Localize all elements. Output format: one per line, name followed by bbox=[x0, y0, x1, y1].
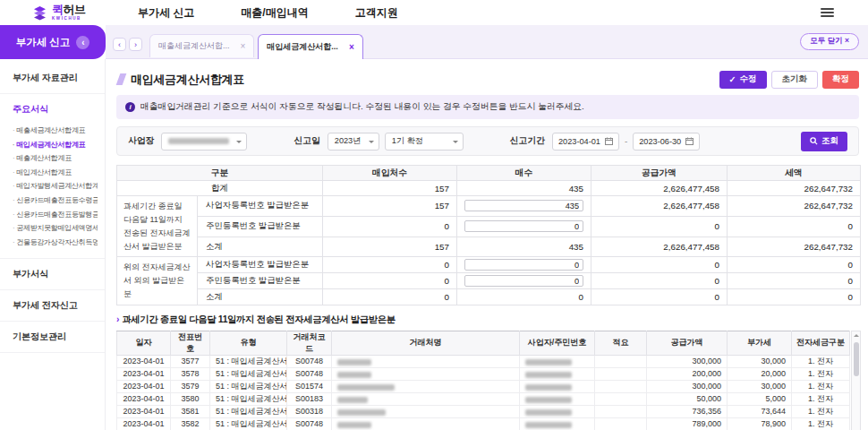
tab-bar: ‹ › 매출세금계산서합...×매입세금계산서합...× 모두 닫기 × bbox=[106, 25, 868, 59]
app-logo[interactable]: 퀵허브 KWICHUB bbox=[32, 4, 109, 22]
summary-row: 주민등록번호 발급받은분000 bbox=[117, 216, 861, 236]
sidebar-collapse-icon[interactable]: ‹ bbox=[76, 36, 89, 49]
close-all-tabs-button[interactable]: 모두 닫기 × bbox=[800, 33, 859, 50]
detail-supply-cell: 300,000 bbox=[647, 355, 728, 367]
check-icon: ✓ bbox=[729, 74, 736, 84]
summary-column-header: 매입처수 bbox=[323, 166, 457, 181]
sheet-count-input[interactable] bbox=[464, 275, 583, 287]
sheet-count-input[interactable] bbox=[464, 200, 583, 211]
detail-row[interactable]: 2023-04-01357951 : 매입세금계산서S01574300,0003… bbox=[117, 380, 850, 392]
summary-cell: 262,647,732 bbox=[728, 196, 861, 217]
sidebar-section[interactable]: 부가세 자료관리 bbox=[0, 63, 105, 94]
redacted-partner-name bbox=[337, 422, 371, 428]
detail-section-title-text: 과세기간 종료일 다음달 11일까지 전송된 전자세금계산서 발급받은분 bbox=[122, 314, 396, 324]
summary-cell: 0 bbox=[457, 289, 591, 305]
summary-cell: 0 bbox=[591, 257, 728, 273]
hamburger-menu-icon[interactable] bbox=[821, 8, 834, 17]
detail-supply-cell: 736,356 bbox=[647, 405, 728, 417]
redacted-business-number bbox=[525, 422, 572, 428]
reset-button-label: 초기화 bbox=[782, 73, 808, 85]
detail-date-cell: 2023-04-01 bbox=[117, 417, 171, 430]
detail-row[interactable]: 2023-04-01358251 : 매입세금계산서S00748789,0007… bbox=[117, 417, 850, 430]
detail-table-wrap: 일자전표번호유형거래처코드거래처명사업자/주민번호적요공급가액부가세전자세금구분… bbox=[116, 331, 861, 430]
logo-layers-icon bbox=[32, 5, 47, 21]
search-button[interactable]: 조회 bbox=[801, 132, 847, 151]
scroll-up-icon[interactable] bbox=[852, 331, 860, 340]
date-from-input[interactable]: 2023-04-01 bbox=[552, 133, 619, 150]
summary-cell: 157 bbox=[323, 236, 457, 257]
summary-row: 위의 전자세금계산서 외의 발급받은분사업자등록번호 발급받은분000 bbox=[117, 257, 861, 273]
detail-row[interactable]: 2023-04-01358051 : 매입세금계산서S0018350,0005,… bbox=[117, 392, 850, 405]
detail-row[interactable]: 2023-04-01357751 : 매입세금계산서S00748300,0003… bbox=[117, 355, 850, 367]
reset-button[interactable]: 초기화 bbox=[771, 71, 819, 89]
detail-vat-cell: 5,000 bbox=[728, 392, 792, 405]
detail-bizno-cell bbox=[520, 392, 595, 405]
top-menu-item[interactable]: 매출/매입내역 bbox=[241, 5, 308, 21]
tab-close-icon[interactable]: × bbox=[349, 42, 354, 52]
year-select[interactable]: 2023년 bbox=[328, 133, 379, 150]
detail-row[interactable]: 2023-04-01357851 : 매입세금계산서S00748200,0002… bbox=[117, 367, 850, 380]
summary-row-label: 주민등록번호 발급받은분 bbox=[198, 273, 323, 289]
sidebar-item[interactable]: 매입계산서합계표 bbox=[13, 166, 98, 180]
tab-scroll-prev-button[interactable]: ‹ bbox=[113, 38, 126, 51]
brand-name-accent: 퀵 bbox=[52, 3, 64, 16]
summary-row: 소계0000 bbox=[117, 289, 861, 305]
sidebar-section[interactable]: 주요서식매출세금계산서합계표매입세금계산서합계표매출계산서합계표매입계산서합계표… bbox=[0, 94, 105, 259]
detail-column-header: 거래처코드 bbox=[287, 331, 332, 355]
scrollbar-thumb[interactable] bbox=[854, 342, 859, 376]
detail-vat-cell: 78,900 bbox=[728, 417, 792, 430]
detail-code-cell: S01574 bbox=[287, 380, 332, 392]
confirm-button[interactable]: 확정 bbox=[822, 71, 859, 89]
detail-row[interactable]: 2023-04-01358151 : 매입세금계산서S00318736,3567… bbox=[117, 405, 850, 417]
edit-button[interactable]: ✓ 수정 bbox=[719, 71, 767, 89]
date-to-input[interactable]: 2023-06-30 bbox=[633, 133, 700, 150]
sidebar-section[interactable]: 부가세 전자신고 bbox=[0, 290, 105, 322]
tab[interactable]: 매입세금계산서합...× bbox=[258, 34, 362, 59]
main-content: 매입세금계산서합계표 ✓ 수정 초기화 확정 i 매출매입거래관리 기준으로 서… bbox=[106, 59, 868, 430]
workplace-select[interactable] bbox=[161, 133, 247, 150]
top-menu-item[interactable]: 고객지원 bbox=[355, 5, 398, 21]
sidebar-item[interactable]: 매출계산서합계표 bbox=[13, 151, 98, 166]
sidebar-item[interactable]: 매입세금계산서합계표 bbox=[13, 138, 98, 152]
summary-cell: 435 bbox=[457, 236, 591, 257]
sheet-count-input[interactable] bbox=[464, 259, 583, 271]
detail-type-cell: 51 : 매입세금계산서 bbox=[210, 405, 287, 417]
calendar-icon bbox=[685, 137, 694, 145]
tab-close-icon[interactable]: × bbox=[241, 41, 246, 51]
detail-bizno-cell bbox=[520, 417, 595, 430]
sidebar-section-label: 주요서식 bbox=[13, 103, 98, 116]
detail-etax-cell: 1. 전자 bbox=[792, 392, 850, 405]
sidebar-item[interactable]: 매출세금계산서합계표 bbox=[13, 124, 98, 138]
detail-slipno-cell: 3580 bbox=[171, 392, 210, 405]
summary-cell: 0 bbox=[728, 273, 861, 289]
redacted-business-number bbox=[525, 372, 572, 378]
tab[interactable]: 매출세금계산서합...× bbox=[149, 34, 254, 57]
sidebar-section[interactable]: 기본정보관리 bbox=[0, 322, 105, 353]
detail-code-cell: S00748 bbox=[287, 417, 332, 430]
detail-type-cell: 51 : 매입세금계산서 bbox=[210, 380, 287, 392]
sheet-count-input[interactable] bbox=[464, 220, 583, 232]
detail-date-cell: 2023-04-01 bbox=[117, 392, 171, 405]
sidebar-item[interactable]: 매입자발행세금계산서합계표 bbox=[13, 179, 98, 194]
calendar-icon bbox=[605, 137, 613, 145]
summary-cell: 157 bbox=[323, 181, 457, 196]
summary-row: 소계1574352,626,477,458262,647,732 bbox=[117, 236, 861, 257]
top-navbar: 퀵허브 KWICHUB 부가세 신고매출/매입내역고객지원 bbox=[0, 0, 868, 25]
detail-section-title: ›과세기간 종료일 다음달 11일까지 전송된 전자세금계산서 발급받은분 bbox=[116, 314, 861, 326]
sidebar-item[interactable]: 신용카드매출전표등발행금액합계표 bbox=[13, 208, 98, 222]
sidebar-section[interactable]: 부가서식 bbox=[0, 259, 105, 290]
detail-type-cell: 51 : 매입세금계산서 bbox=[210, 367, 287, 380]
sidebar-item[interactable]: 공제받지못할매입세액명세서 bbox=[13, 221, 98, 236]
sidebar-item[interactable]: 신용카드매출전표등수령금액합계표 bbox=[13, 194, 98, 208]
detail-column-header: 유형 bbox=[210, 331, 287, 355]
summary-cell: 157 bbox=[323, 196, 457, 217]
detail-vat-cell: 73,644 bbox=[728, 405, 792, 417]
sidebar-module-header[interactable]: 부가세 신고 ‹ bbox=[0, 25, 106, 59]
summary-cell bbox=[457, 196, 591, 217]
sidebar-item[interactable]: 건물등감가상각자산취득명세서 bbox=[13, 236, 98, 250]
tab-scroll-next-button[interactable]: › bbox=[129, 38, 142, 51]
summary-row-label: 사업자등록번호 발급받은분 bbox=[198, 257, 323, 273]
period-select[interactable]: 1기 확정 bbox=[385, 133, 464, 150]
top-menu-item[interactable]: 부가세 신고 bbox=[138, 5, 194, 21]
period-value: 1기 확정 bbox=[392, 135, 423, 147]
